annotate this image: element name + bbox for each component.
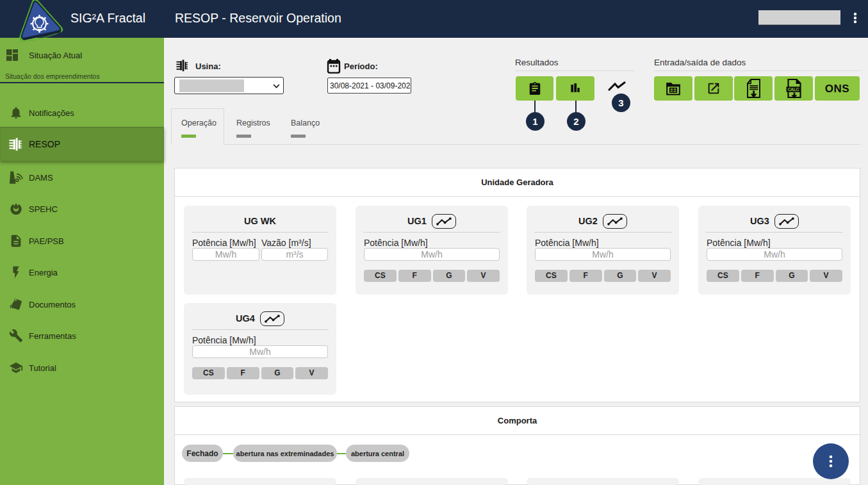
svg-text:ONS: ONS	[825, 83, 849, 95]
svg-text:CALC: CALC	[787, 87, 799, 92]
